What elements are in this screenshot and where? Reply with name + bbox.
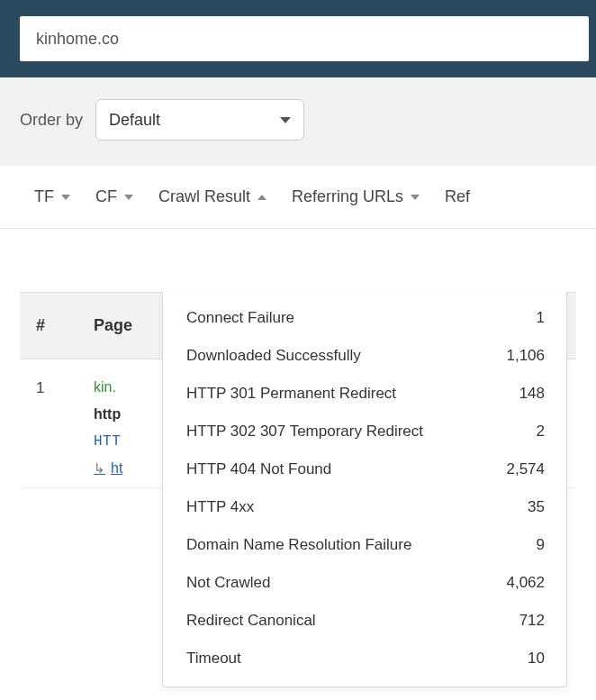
filter-cf[interactable]: CF bbox=[95, 187, 133, 219]
col-header-index: # bbox=[36, 316, 94, 335]
order-by-label: Order by bbox=[20, 111, 83, 130]
top-bar bbox=[0, 0, 596, 77]
crawl-option[interactable]: Not Crawled4,062 bbox=[163, 564, 566, 602]
crawl-option-count: 9 bbox=[537, 536, 545, 554]
crawl-option-count: 2 bbox=[537, 423, 545, 441]
crawl-option-count: 1 bbox=[537, 309, 545, 327]
filter-referring-urls[interactable]: Referring URLs bbox=[292, 187, 420, 219]
search-input[interactable] bbox=[20, 16, 589, 61]
content-area: # Page 1 kin. http HTT ↳ ht Connect Fail… bbox=[0, 292, 596, 488]
crawl-option[interactable]: HTTP 301 Permanent Redirect148 bbox=[163, 375, 566, 413]
crawl-option[interactable]: HTTP 404 Not Found2,574 bbox=[163, 450, 566, 488]
crawl-option-label: Domain Name Resolution Failure bbox=[186, 536, 411, 554]
crawl-option-label: Not Crawled bbox=[186, 574, 271, 592]
crawl-option-label: Connect Failure bbox=[186, 309, 294, 327]
crawl-option[interactable]: Domain Name Resolution Failure9 bbox=[163, 526, 566, 564]
crawl-option[interactable]: Timeout10 bbox=[163, 640, 566, 677]
crawl-option-label: HTTP 404 Not Found bbox=[186, 460, 331, 478]
crawl-option[interactable]: Connect Failure1 bbox=[163, 299, 566, 337]
order-by-bar: Order by Default bbox=[0, 77, 596, 166]
crawl-option[interactable]: Redirect Canonical712 bbox=[163, 602, 566, 640]
crawl-option-count: 712 bbox=[519, 612, 545, 630]
crawl-option-label: HTTP 301 Permanent Redirect bbox=[186, 385, 396, 403]
filter-crawl-label: Crawl Result bbox=[158, 187, 250, 206]
chevron-up-icon bbox=[257, 195, 266, 200]
filter-ref-partial-label: Ref bbox=[445, 187, 470, 206]
crawl-option-count: 35 bbox=[528, 498, 545, 516]
crawl-option-count: 10 bbox=[528, 650, 545, 668]
crawl-option-count: 2,574 bbox=[506, 460, 545, 478]
chevron-down-icon bbox=[411, 195, 420, 200]
filter-ref-partial[interactable]: Ref bbox=[445, 187, 470, 219]
crawl-option-count: 4,062 bbox=[506, 574, 545, 592]
crawl-option-label: HTTP 4xx bbox=[186, 498, 254, 516]
crawl-result-dropdown: Connect Failure1Downloaded Successfully1… bbox=[162, 292, 567, 687]
order-by-select[interactable]: Default bbox=[95, 99, 304, 141]
chevron-down-icon bbox=[61, 195, 70, 200]
crawl-option-label: Downloaded Successfully bbox=[186, 347, 361, 365]
filter-crawl-result[interactable]: Crawl Result bbox=[158, 187, 266, 219]
crawl-option[interactable]: HTTP 4xx35 bbox=[163, 488, 566, 526]
crawl-option[interactable]: Downloaded Successfully1,106 bbox=[163, 337, 566, 375]
crawl-option-label: Redirect Canonical bbox=[186, 612, 316, 630]
crawl-option-count: 148 bbox=[519, 385, 545, 403]
crawl-option-label: Timeout bbox=[186, 650, 241, 668]
filter-tf[interactable]: TF bbox=[34, 187, 70, 219]
filter-referring-label: Referring URLs bbox=[292, 187, 403, 206]
redirect-arrow-icon: ↳ bbox=[94, 460, 105, 477]
filter-cf-label: CF bbox=[95, 187, 117, 206]
redirect-text: ht bbox=[111, 460, 122, 477]
crawl-option[interactable]: HTTP 302 307 Temporary Redirect2 bbox=[163, 413, 566, 450]
row-index: 1 bbox=[36, 379, 94, 477]
crawl-option-label: HTTP 302 307 Temporary Redirect bbox=[186, 423, 423, 441]
chevron-down-icon bbox=[124, 195, 133, 200]
crawl-option-count: 1,106 bbox=[506, 347, 545, 365]
filter-bar: TF CF Crawl Result Referring URLs Ref bbox=[0, 166, 596, 229]
chevron-down-icon bbox=[280, 117, 291, 123]
filter-tf-label: TF bbox=[34, 187, 54, 206]
order-by-value: Default bbox=[109, 111, 160, 130]
